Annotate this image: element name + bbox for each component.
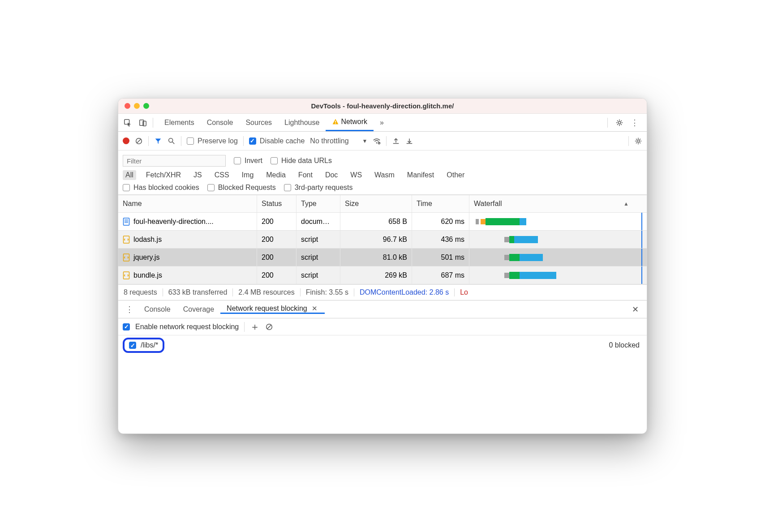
invert-toggle[interactable]: Invert [234, 157, 262, 165]
warning-icon [332, 118, 339, 125]
filter-input[interactable] [123, 155, 226, 167]
script-file-icon [123, 271, 130, 279]
script-file-icon [123, 236, 130, 244]
table-row[interactable]: lodash.js 200 script 96.7 kB 436 ms [118, 231, 647, 249]
col-time[interactable]: Time [412, 195, 469, 212]
throttling-value: No throttling [310, 137, 348, 145]
hide-data-urls-toggle[interactable]: Hide data URLs [271, 157, 332, 165]
col-type[interactable]: Type [297, 195, 340, 212]
tab-network[interactable]: Network [326, 114, 374, 131]
svg-point-8 [169, 138, 173, 142]
main-tabstrip: Elements Console Sources Lighthouse Netw… [118, 114, 647, 132]
drawer-tab-coverage[interactable]: Coverage [177, 305, 220, 313]
drawer-more-icon[interactable]: ⋮ [121, 305, 138, 314]
summary-domcontentloaded: DOMContentLoaded: 2.86 s [354, 288, 455, 296]
network-settings-gear-icon[interactable] [634, 137, 642, 145]
search-icon[interactable] [168, 137, 176, 145]
svg-line-7 [137, 139, 141, 143]
svg-point-12 [637, 140, 639, 142]
document-file-icon [123, 218, 130, 226]
filter-type-doc[interactable]: Doc [322, 170, 340, 180]
tab-console[interactable]: Console [201, 114, 240, 131]
close-tab-icon[interactable]: ✕ [311, 305, 318, 313]
filter-type-wasm[interactable]: Wasm [372, 170, 397, 180]
svg-point-10 [376, 142, 378, 143]
record-button[interactable] [123, 137, 129, 144]
tab-lighthouse[interactable]: Lighthouse [278, 114, 326, 131]
blocking-pattern-row[interactable]: /libs/* 0 blocked [118, 335, 647, 355]
preserve-log-checkbox[interactable] [187, 137, 194, 145]
waterfall-cell [469, 213, 647, 230]
filter-bar: Invert Hide data URLs All Fetch/XHR JS C… [118, 150, 647, 195]
window-controls [125, 103, 149, 109]
has-blocked-cookies-toggle[interactable]: Has blocked cookies [123, 184, 199, 192]
drawer-tab-network-request-blocking[interactable]: Network request blocking ✕ [220, 305, 325, 314]
waterfall-cell [469, 249, 647, 266]
inspect-icon[interactable] [124, 119, 132, 127]
col-size[interactable]: Size [340, 195, 412, 212]
disable-cache-checkbox[interactable] [249, 137, 256, 145]
svg-rect-3 [335, 121, 336, 123]
summary-transferred: 633 kB transferred [163, 288, 233, 296]
devtools-window: DevTools - foul-heavenly-direction.glitc… [118, 98, 647, 434]
svg-line-9 [172, 142, 175, 144]
device-toggle-icon[interactable] [139, 119, 147, 127]
tab-elements[interactable]: Elements [158, 114, 201, 131]
filter-type-img[interactable]: Img [239, 170, 257, 180]
filter-type-manifest[interactable]: Manifest [404, 170, 437, 180]
col-waterfall[interactable]: Waterfall ▲ [469, 195, 647, 212]
clear-icon[interactable] [135, 137, 143, 145]
waterfall-cell [469, 266, 647, 284]
table-row[interactable]: foul-heavenly-direction.... 200 docum… 6… [118, 213, 647, 231]
close-window-button[interactable] [125, 103, 130, 109]
filter-type-other[interactable]: Other [444, 170, 467, 180]
summary-requests: 8 requests [123, 288, 163, 296]
script-file-icon [123, 253, 130, 262]
third-party-toggle[interactable]: 3rd-party requests [284, 184, 353, 192]
clear-patterns-icon[interactable] [265, 323, 273, 331]
filter-type-font[interactable]: Font [296, 170, 315, 180]
pattern-enabled-checkbox[interactable] [129, 342, 136, 349]
export-har-icon[interactable] [405, 137, 413, 145]
add-pattern-icon[interactable]: ＋ [250, 322, 260, 332]
network-table: Name Status Type Size Time Waterfall ▲ f… [118, 195, 647, 284]
preserve-log-label: Preserve log [198, 137, 238, 145]
table-row[interactable]: bundle.js 200 script 269 kB 687 ms [118, 266, 647, 284]
drawer-tab-console[interactable]: Console [138, 305, 177, 313]
filter-type-js[interactable]: JS [191, 170, 205, 180]
filter-type-all[interactable]: All [123, 170, 136, 180]
waterfall-cell [469, 231, 647, 248]
filter-type-css[interactable]: CSS [212, 170, 232, 180]
more-tabs-chevron-icon[interactable]: » [375, 119, 388, 127]
titlebar: DevTools - foul-heavenly-direction.glitc… [118, 99, 647, 114]
table-header: Name Status Type Size Time Waterfall ▲ [118, 195, 647, 213]
tab-network-label: Network [341, 118, 367, 126]
minimize-window-button[interactable] [134, 103, 140, 109]
pattern-blocked-count: 0 blocked [609, 341, 643, 349]
filter-type-ws[interactable]: WS [348, 170, 365, 180]
sort-asc-icon: ▲ [623, 201, 629, 207]
disable-cache-label: Disable cache [260, 137, 305, 145]
tab-sources[interactable]: Sources [239, 114, 278, 131]
filter-type-media[interactable]: Media [263, 170, 288, 180]
import-har-icon[interactable] [392, 137, 400, 145]
disable-cache-toggle[interactable]: Disable cache [249, 137, 305, 145]
more-menu-icon[interactable]: ⋮ [630, 118, 640, 128]
preserve-log-toggle[interactable]: Preserve log [187, 137, 238, 145]
maximize-window-button[interactable] [143, 103, 149, 109]
throttling-selector[interactable]: No throttling ▼ [310, 137, 367, 145]
table-row[interactable]: jquery.js 200 script 81.0 kB 501 ms [118, 249, 647, 266]
filter-type-fetchxhr[interactable]: Fetch/XHR [143, 170, 184, 180]
svg-point-5 [618, 121, 620, 124]
blocked-requests-toggle[interactable]: Blocked Requests [207, 184, 276, 192]
col-status[interactable]: Status [257, 195, 297, 212]
enable-blocking-checkbox[interactable] [123, 323, 130, 330]
settings-gear-icon[interactable] [615, 119, 623, 127]
filter-funnel-icon[interactable] [154, 137, 162, 145]
blocking-toolbar: Enable network request blocking ＋ [118, 318, 647, 335]
summary-bar: 8 requests 633 kB transferred 2.4 MB res… [118, 284, 647, 300]
summary-resources: 2.4 MB resources [233, 288, 300, 296]
drawer-close-icon[interactable]: ✕ [627, 305, 644, 314]
network-conditions-icon[interactable] [373, 137, 381, 145]
col-name[interactable]: Name [118, 195, 257, 212]
